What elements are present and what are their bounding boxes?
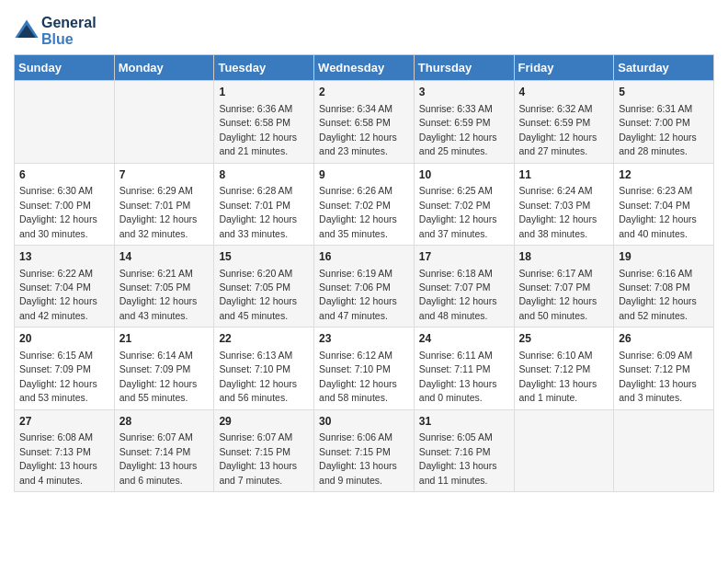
day-number: 27	[19, 414, 109, 430]
day-info: Sunrise: 6:20 AM Sunset: 7:05 PM Dayligh…	[219, 268, 297, 321]
day-number: 5	[619, 85, 709, 100]
day-number: 10	[419, 167, 509, 183]
day-info: Sunrise: 6:17 AM Sunset: 7:07 PM Dayligh…	[519, 268, 597, 321]
logo: General Blue	[14, 15, 97, 47]
header-cell-wednesday: Wednesday	[314, 55, 415, 81]
day-number: 2	[319, 85, 409, 100]
day-number: 3	[419, 85, 509, 100]
day-info: Sunrise: 6:25 AM Sunset: 7:02 PM Dayligh…	[419, 185, 497, 238]
day-info: Sunrise: 6:30 AM Sunset: 7:00 PM Dayligh…	[19, 185, 97, 238]
day-number: 22	[219, 331, 309, 347]
calendar-table: SundayMondayTuesdayWednesdayThursdayFrid…	[14, 54, 714, 492]
day-number: 1	[219, 85, 309, 100]
day-cell: 19Sunrise: 6:16 AM Sunset: 7:08 PM Dayli…	[614, 245, 714, 327]
day-info: Sunrise: 6:29 AM Sunset: 7:01 PM Dayligh…	[119, 185, 198, 238]
day-info: Sunrise: 6:28 AM Sunset: 7:01 PM Dayligh…	[219, 185, 297, 238]
header-cell-monday: Monday	[114, 55, 214, 81]
day-number: 28	[119, 414, 210, 430]
day-number: 14	[119, 249, 210, 265]
day-cell: 22Sunrise: 6:13 AM Sunset: 7:10 PM Dayli…	[214, 327, 314, 409]
header-cell-tuesday: Tuesday	[214, 55, 314, 81]
week-row-0: 1Sunrise: 6:36 AM Sunset: 6:58 PM Daylig…	[15, 81, 714, 163]
header-row: SundayMondayTuesdayWednesdayThursdayFrid…	[15, 55, 714, 81]
day-number: 29	[219, 414, 309, 430]
day-info: Sunrise: 6:10 AM Sunset: 7:12 PM Dayligh…	[519, 350, 597, 403]
header-cell-sunday: Sunday	[15, 55, 115, 81]
day-number: 21	[119, 331, 210, 347]
day-cell: 9Sunrise: 6:26 AM Sunset: 7:02 PM Daylig…	[314, 163, 415, 245]
day-cell: 16Sunrise: 6:19 AM Sunset: 7:06 PM Dayli…	[314, 245, 415, 327]
day-cell: 15Sunrise: 6:20 AM Sunset: 7:05 PM Dayli…	[214, 245, 314, 327]
week-row-2: 13Sunrise: 6:22 AM Sunset: 7:04 PM Dayli…	[15, 245, 714, 327]
day-number: 31	[419, 414, 509, 430]
day-number: 17	[419, 249, 509, 265]
day-number: 23	[319, 331, 409, 347]
day-number: 9	[319, 167, 409, 183]
day-cell: 23Sunrise: 6:12 AM Sunset: 7:10 PM Dayli…	[314, 327, 415, 409]
calendar-body: 1Sunrise: 6:36 AM Sunset: 6:58 PM Daylig…	[15, 81, 714, 492]
day-info: Sunrise: 6:09 AM Sunset: 7:12 PM Dayligh…	[619, 350, 697, 403]
day-info: Sunrise: 6:19 AM Sunset: 7:06 PM Dayligh…	[319, 268, 397, 321]
day-cell: 24Sunrise: 6:11 AM Sunset: 7:11 PM Dayli…	[414, 327, 514, 409]
day-cell: 11Sunrise: 6:24 AM Sunset: 7:03 PM Dayli…	[514, 163, 614, 245]
day-number: 18	[519, 249, 609, 265]
day-info: Sunrise: 6:24 AM Sunset: 7:03 PM Dayligh…	[519, 185, 597, 238]
day-cell: 13Sunrise: 6:22 AM Sunset: 7:04 PM Dayli…	[15, 245, 115, 327]
day-info: Sunrise: 6:22 AM Sunset: 7:04 PM Dayligh…	[19, 268, 97, 321]
day-cell: 6Sunrise: 6:30 AM Sunset: 7:00 PM Daylig…	[15, 163, 115, 245]
day-number: 15	[219, 249, 309, 265]
day-info: Sunrise: 6:08 AM Sunset: 7:13 PM Dayligh…	[19, 431, 97, 485]
day-number: 4	[519, 85, 609, 100]
day-number: 24	[419, 331, 509, 347]
day-cell: 8Sunrise: 6:28 AM Sunset: 7:01 PM Daylig…	[214, 163, 314, 245]
day-cell: 5Sunrise: 6:31 AM Sunset: 7:00 PM Daylig…	[614, 81, 714, 163]
calendar-header: SundayMondayTuesdayWednesdayThursdayFrid…	[15, 55, 714, 81]
day-number: 8	[219, 167, 309, 183]
day-cell: 21Sunrise: 6:14 AM Sunset: 7:09 PM Dayli…	[114, 327, 214, 409]
day-info: Sunrise: 6:13 AM Sunset: 7:10 PM Dayligh…	[219, 350, 297, 403]
day-info: Sunrise: 6:18 AM Sunset: 7:07 PM Dayligh…	[419, 268, 497, 321]
day-info: Sunrise: 6:36 AM Sunset: 6:58 PM Dayligh…	[219, 103, 297, 156]
header-cell-saturday: Saturday	[614, 55, 714, 81]
day-info: Sunrise: 6:21 AM Sunset: 7:05 PM Dayligh…	[119, 268, 198, 321]
day-number: 13	[19, 249, 109, 265]
day-info: Sunrise: 6:31 AM Sunset: 7:00 PM Dayligh…	[619, 103, 697, 156]
day-info: Sunrise: 6:33 AM Sunset: 6:59 PM Dayligh…	[419, 103, 497, 156]
day-number: 7	[119, 167, 210, 183]
day-cell: 2Sunrise: 6:34 AM Sunset: 6:58 PM Daylig…	[314, 81, 415, 163]
header-cell-friday: Friday	[514, 55, 614, 81]
day-number: 20	[19, 331, 109, 347]
day-number: 26	[619, 331, 709, 347]
week-row-3: 20Sunrise: 6:15 AM Sunset: 7:09 PM Dayli…	[15, 327, 714, 409]
day-cell: 29Sunrise: 6:07 AM Sunset: 7:15 PM Dayli…	[214, 409, 314, 491]
day-number: 6	[19, 167, 109, 183]
day-number: 19	[619, 249, 709, 265]
day-cell	[514, 409, 614, 491]
day-info: Sunrise: 6:05 AM Sunset: 7:16 PM Dayligh…	[419, 431, 497, 485]
day-cell	[614, 409, 714, 491]
day-cell: 27Sunrise: 6:08 AM Sunset: 7:13 PM Dayli…	[15, 409, 115, 491]
day-cell: 10Sunrise: 6:25 AM Sunset: 7:02 PM Dayli…	[414, 163, 514, 245]
day-info: Sunrise: 6:34 AM Sunset: 6:58 PM Dayligh…	[319, 103, 397, 156]
day-info: Sunrise: 6:12 AM Sunset: 7:10 PM Dayligh…	[319, 350, 397, 403]
day-cell: 20Sunrise: 6:15 AM Sunset: 7:09 PM Dayli…	[15, 327, 115, 409]
day-cell	[114, 81, 214, 163]
day-number: 25	[519, 331, 609, 347]
day-cell: 7Sunrise: 6:29 AM Sunset: 7:01 PM Daylig…	[114, 163, 214, 245]
day-info: Sunrise: 6:07 AM Sunset: 7:14 PM Dayligh…	[119, 431, 198, 485]
day-number: 30	[319, 414, 409, 430]
day-cell: 17Sunrise: 6:18 AM Sunset: 7:07 PM Dayli…	[414, 245, 514, 327]
logo-text: General Blue	[41, 15, 97, 47]
header-cell-thursday: Thursday	[414, 55, 514, 81]
day-info: Sunrise: 6:14 AM Sunset: 7:09 PM Dayligh…	[119, 350, 198, 403]
day-info: Sunrise: 6:06 AM Sunset: 7:15 PM Dayligh…	[319, 431, 397, 485]
day-number: 16	[319, 249, 409, 265]
day-info: Sunrise: 6:26 AM Sunset: 7:02 PM Dayligh…	[319, 185, 397, 238]
logo-icon	[14, 18, 40, 44]
day-number: 11	[519, 167, 609, 183]
week-row-4: 27Sunrise: 6:08 AM Sunset: 7:13 PM Dayli…	[15, 409, 714, 491]
day-cell: 14Sunrise: 6:21 AM Sunset: 7:05 PM Dayli…	[114, 245, 214, 327]
day-number: 12	[619, 167, 709, 183]
day-info: Sunrise: 6:11 AM Sunset: 7:11 PM Dayligh…	[419, 350, 497, 403]
day-info: Sunrise: 6:07 AM Sunset: 7:15 PM Dayligh…	[219, 431, 297, 485]
